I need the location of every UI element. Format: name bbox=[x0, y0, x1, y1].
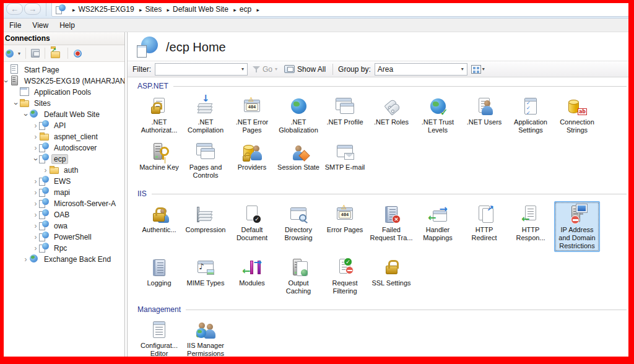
tree-expander-icon[interactable]: › bbox=[2, 78, 9, 85]
menu-help[interactable]: Help bbox=[54, 20, 80, 31]
feature-application-settings[interactable]: ✓✓✓ Application Settings bbox=[508, 93, 554, 136]
tree-item-sites[interactable]: › Sites bbox=[0, 98, 124, 109]
tree-expander-icon[interactable]: › bbox=[32, 156, 39, 163]
feature-logging[interactable]: Logging bbox=[136, 254, 182, 297]
breadcrumb-item-sites[interactable]: Sites bbox=[145, 5, 162, 14]
tree-item-label: auth bbox=[61, 165, 80, 175]
tree-expander-icon[interactable]: › bbox=[32, 245, 39, 252]
feature-label: Logging bbox=[137, 279, 181, 287]
forward-button[interactable]: → bbox=[24, 3, 41, 15]
feature-label: Configurat... Editor bbox=[137, 342, 181, 358]
feature-modules[interactable]: →← Modules bbox=[229, 254, 275, 297]
menu-view[interactable]: View bbox=[27, 20, 54, 31]
tree-item-powershell[interactable]: › PowerShell bbox=[0, 232, 124, 243]
feature-providers[interactable]: Providers bbox=[229, 139, 275, 181]
feature-default-document[interactable]: ✓ Default Document bbox=[229, 201, 275, 252]
filter-input[interactable]: ▾ bbox=[155, 63, 248, 76]
tree-item-label: Application Pools bbox=[32, 87, 93, 97]
tree-expander-icon[interactable]: › bbox=[32, 134, 39, 141]
feature-net-compilation[interactable]: ↓ .NET Compilation bbox=[183, 93, 228, 136]
tree-item-aspnet-client[interactable]: › aspnet_client bbox=[0, 131, 124, 142]
feature-configurat-editor[interactable]: Configurat... Editor bbox=[136, 317, 182, 360]
group-rule bbox=[173, 86, 627, 87]
feature-http-respon[interactable]: ← HTTP Respon... bbox=[508, 201, 554, 252]
feature-label: SSL Settings bbox=[370, 279, 413, 287]
feature-net-error-pages[interactable]: ⚠404 .NET Error Pages bbox=[229, 93, 275, 136]
feature-request-filtering[interactable]: ✓ Request Filtering bbox=[322, 254, 368, 297]
chevron-down-icon[interactable]: ▾ bbox=[238, 66, 247, 72]
tree-expander-icon[interactable]: › bbox=[22, 111, 29, 118]
tree-item-mapi[interactable]: › mapi bbox=[0, 187, 124, 198]
create-connection-button[interactable]: ▾ bbox=[4, 47, 22, 59]
feature-iis-manager-permissions[interactable]: IIS Manager Permissions bbox=[183, 317, 228, 360]
breadcrumb-item-ecp[interactable]: ecp bbox=[240, 5, 251, 14]
feature-pages-and-controls[interactable]: Pages and Controls bbox=[183, 139, 228, 181]
feature-connection-strings[interactable]: ab Connection Strings bbox=[554, 93, 600, 136]
breadcrumb-item-default-web-site[interactable]: Default Web Site bbox=[173, 5, 228, 14]
feature-failed-request-tra[interactable]: × Failed Request Tra... bbox=[368, 201, 414, 252]
feature-smtp-e-mail[interactable]: SMTP E-mail bbox=[322, 139, 368, 181]
feature-handler-mappings[interactable]: →← Handler Mappings bbox=[415, 201, 461, 252]
feature-net-globalization[interactable]: .NET Globalization bbox=[276, 93, 321, 136]
tree-expander-icon[interactable]: › bbox=[42, 167, 49, 174]
tree-item-autodiscover[interactable]: › Autodiscover bbox=[0, 142, 124, 154]
tree-item-microsoft-server-a[interactable]: › Microsoft-Server-A bbox=[0, 198, 124, 209]
show-all-button[interactable]: Show All bbox=[282, 65, 328, 74]
tree-expander-icon[interactable]: › bbox=[32, 145, 39, 152]
chevron-down-icon[interactable]: ▾ bbox=[458, 66, 467, 72]
breadcrumb-item-ws2k25-exg19[interactable]: WS2K25-EXG19 bbox=[79, 5, 134, 14]
feature-http-redirect[interactable]: → HTTP Redirect bbox=[461, 201, 507, 252]
tree-expander-icon[interactable]: › bbox=[32, 223, 39, 230]
tree-item-ews[interactable]: › EWS bbox=[0, 176, 124, 187]
feature-net-roles[interactable]: .NET Roles bbox=[368, 93, 414, 136]
app-pools-icon bbox=[19, 87, 32, 98]
delete-connection-button[interactable] bbox=[72, 47, 87, 59]
feature-net-users[interactable]: .NET Users bbox=[461, 93, 507, 136]
tree-item-application-pools[interactable]: Application Pools bbox=[0, 87, 124, 98]
tree-expander-icon[interactable]: › bbox=[32, 212, 39, 219]
tree-item-oab[interactable]: › OAB bbox=[0, 209, 124, 220]
up-button[interactable] bbox=[49, 47, 64, 59]
feature-output-caching[interactable]: Output Caching bbox=[276, 254, 321, 297]
tree-item-default-web-site[interactable]: › Default Web Site bbox=[0, 109, 124, 120]
back-button[interactable]: ← bbox=[6, 3, 23, 15]
breadcrumb[interactable]: ▸WS2K25-EXG19 ▸Sites ▸Default Web Site ▸… bbox=[51, 2, 629, 17]
tree-expander-icon[interactable]: › bbox=[32, 123, 39, 129]
feature-error-pages[interactable]: ⚠404 Error Pages bbox=[322, 201, 368, 252]
feature-session-state[interactable]: Session State bbox=[276, 139, 321, 181]
tree-expander-icon[interactable]: › bbox=[22, 256, 29, 263]
group-by-label: Group by: bbox=[338, 65, 371, 74]
tree-item-start-page[interactable]: Start Page bbox=[0, 64, 124, 76]
go-button[interactable]: Go ▾ bbox=[251, 65, 279, 74]
tree-item-api[interactable]: › API bbox=[0, 120, 124, 131]
error-404-icon: ⚠404 bbox=[334, 204, 355, 225]
tree-expander-icon[interactable]: › bbox=[32, 201, 39, 207]
views-button[interactable]: ▾ bbox=[471, 65, 485, 74]
feature-directory-browsing[interactable]: Directory Browsing bbox=[276, 201, 321, 252]
tree-item-auth[interactable]: › auth bbox=[0, 165, 124, 176]
feature-compression[interactable]: Compression bbox=[183, 201, 228, 252]
chevron-down-icon[interactable]: ▾ bbox=[275, 66, 277, 72]
feature-mime-types[interactable]: ♪ MIME Types bbox=[183, 254, 228, 297]
feature-net-trust-levels[interactable]: ✓ .NET Trust Levels bbox=[415, 93, 461, 136]
tree-expander-icon[interactable]: › bbox=[32, 234, 39, 241]
tree-item-ecp[interactable]: › ecp bbox=[0, 154, 124, 165]
iis-manager-window: ← → ▸WS2K25-EXG19 ▸Sites ▸Default Web Si… bbox=[0, 0, 634, 364]
group-by-select[interactable]: Area ▾ bbox=[375, 63, 467, 76]
tree-item-exchange-back-end[interactable]: › Exchange Back End bbox=[0, 254, 124, 265]
tree-expander-icon[interactable]: › bbox=[32, 178, 39, 185]
feature-authentic[interactable]: Authentic... bbox=[136, 201, 182, 252]
tree-expander-icon[interactable]: › bbox=[32, 189, 39, 196]
feature-net-authorizat[interactable]: .NET Authorizat... bbox=[136, 93, 182, 136]
feature-machine-key[interactable]: Machine Key bbox=[136, 139, 182, 181]
tree-item-ws2k25-exg19-maharjan[interactable]: › WS2K25-EXG19 (MAHARJAN\ bbox=[0, 76, 124, 87]
feature-ip-address-and-domain-restrictions[interactable]: IP Address and Domain Restrictions bbox=[554, 201, 600, 252]
feature-net-profile[interactable]: .NET Profile bbox=[322, 93, 368, 136]
tree-expander-icon[interactable]: › bbox=[12, 100, 19, 107]
feature-ssl-settings[interactable]: SSL Settings bbox=[368, 254, 414, 297]
tree-item-rpc[interactable]: › Rpc bbox=[0, 243, 124, 254]
menu-file[interactable]: File bbox=[4, 20, 27, 31]
save-connections-button[interactable] bbox=[30, 47, 41, 59]
page-check-icon: ✓ bbox=[241, 204, 263, 225]
tree-item-owa[interactable]: › owa bbox=[0, 220, 124, 232]
